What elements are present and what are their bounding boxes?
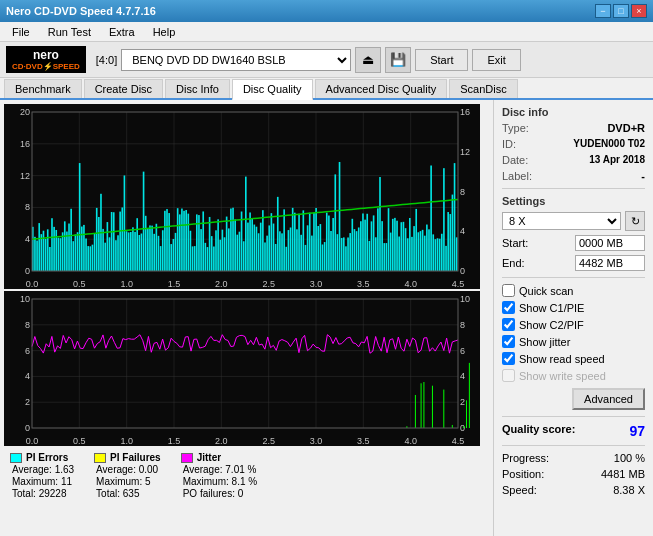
close-button[interactable]: × bbox=[631, 4, 647, 18]
tab-disc-quality[interactable]: Disc Quality bbox=[232, 79, 313, 100]
show-write-speed-label: Show write speed bbox=[519, 370, 606, 382]
disc-label-value: - bbox=[641, 170, 645, 182]
progress-label: Progress: bbox=[502, 452, 549, 464]
exit-button[interactable]: Exit bbox=[472, 49, 520, 71]
show-c1pie-checkbox[interactable] bbox=[502, 301, 515, 314]
pi-errors-maximum: Maximum: 11 bbox=[10, 476, 74, 487]
show-jitter-checkbox[interactable] bbox=[502, 335, 515, 348]
speed-row: 8 X Max 4 X 16 X ↻ bbox=[502, 211, 645, 231]
pi-errors-color bbox=[10, 453, 22, 463]
show-jitter-row[interactable]: Show jitter bbox=[502, 335, 645, 348]
pi-errors-average: Average: 1.63 bbox=[10, 464, 74, 475]
show-c1pie-label: Show C1/PIE bbox=[519, 302, 584, 314]
quality-score-label: Quality score: bbox=[502, 423, 575, 439]
speed-select[interactable]: 8 X Max 4 X 16 X bbox=[502, 212, 621, 230]
tab-bar: Benchmark Create Disc Disc Info Disc Qua… bbox=[0, 78, 653, 100]
jitter-color bbox=[181, 453, 193, 463]
show-c2pif-label: Show C2/PIF bbox=[519, 319, 584, 331]
pi-errors-label: PI Errors bbox=[26, 452, 68, 463]
maximize-button[interactable]: □ bbox=[613, 4, 629, 18]
speed-label-2: Speed: bbox=[502, 484, 537, 496]
chart-area: PI Errors Average: 1.63 Maximum: 11 Tota… bbox=[0, 100, 493, 536]
bottom-chart bbox=[4, 291, 480, 446]
position-value: 4481 MB bbox=[601, 468, 645, 480]
disc-date-value: 13 Apr 2018 bbox=[589, 154, 645, 166]
pi-failures-title: PI Failures bbox=[94, 452, 161, 463]
top-chart bbox=[4, 104, 480, 289]
settings-title: Settings bbox=[502, 195, 645, 207]
quick-scan-label: Quick scan bbox=[519, 285, 573, 297]
start-button[interactable]: Start bbox=[415, 49, 468, 71]
quality-score-value: 97 bbox=[629, 423, 645, 439]
legend-pi-errors: PI Errors Average: 1.63 Maximum: 11 Tota… bbox=[10, 452, 74, 496]
divider-4 bbox=[502, 445, 645, 446]
quality-score-row: Quality score: 97 bbox=[502, 423, 645, 439]
menu-help[interactable]: Help bbox=[145, 24, 184, 40]
start-input[interactable] bbox=[575, 235, 645, 251]
pi-failures-color bbox=[94, 453, 106, 463]
nero-sub-brand: CD·DVD⚡SPEED bbox=[12, 62, 80, 72]
quick-scan-checkbox[interactable] bbox=[502, 284, 515, 297]
pi-errors-total: Total: 29228 bbox=[10, 488, 74, 499]
disc-label-label: Label: bbox=[502, 170, 532, 182]
end-input[interactable] bbox=[575, 255, 645, 271]
divider-3 bbox=[502, 416, 645, 417]
drive-label: [4:0] bbox=[96, 54, 117, 66]
jitter-maximum: Maximum: 8.1 % bbox=[181, 476, 257, 487]
disc-date-label: Date: bbox=[502, 154, 528, 166]
menu-extra[interactable]: Extra bbox=[101, 24, 143, 40]
tab-scan-disc[interactable]: ScanDisc bbox=[449, 79, 517, 98]
tab-create-disc[interactable]: Create Disc bbox=[84, 79, 163, 98]
show-c2pif-row[interactable]: Show C2/PIF bbox=[502, 318, 645, 331]
pi-failures-maximum: Maximum: 5 bbox=[94, 476, 161, 487]
save-button[interactable]: 💾 bbox=[385, 47, 411, 73]
end-mb-row: End: bbox=[502, 255, 645, 271]
quick-scan-row[interactable]: Quick scan bbox=[502, 284, 645, 297]
jitter-label: Jitter bbox=[197, 452, 221, 463]
eject-button[interactable]: ⏏ bbox=[355, 47, 381, 73]
show-jitter-label: Show jitter bbox=[519, 336, 570, 348]
menu-run-test[interactable]: Run Test bbox=[40, 24, 99, 40]
nero-logo: nero CD·DVD⚡SPEED bbox=[6, 46, 86, 74]
show-c1pie-row[interactable]: Show C1/PIE bbox=[502, 301, 645, 314]
jitter-average: Average: 7.01 % bbox=[181, 464, 257, 475]
pi-failures-total: Total: 635 bbox=[94, 488, 161, 499]
right-panel: Disc info Type: DVD+R ID: YUDEN000 T02 D… bbox=[493, 100, 653, 536]
title-bar: Nero CD-DVD Speed 4.7.7.16 − □ × bbox=[0, 0, 653, 22]
advanced-button[interactable]: Advanced bbox=[572, 388, 645, 410]
disc-info-title: Disc info bbox=[502, 106, 645, 118]
tab-benchmark[interactable]: Benchmark bbox=[4, 79, 82, 98]
legend-jitter: Jitter Average: 7.01 % Maximum: 8.1 % PO… bbox=[181, 452, 257, 496]
speed-row-2: Speed: 8.38 X bbox=[502, 484, 645, 496]
minimize-button[interactable]: − bbox=[595, 4, 611, 18]
show-read-speed-checkbox[interactable] bbox=[502, 352, 515, 365]
drive-selector[interactable]: BENQ DVD DD DW1640 BSLB bbox=[121, 49, 351, 71]
disc-type-row: Type: DVD+R bbox=[502, 122, 645, 134]
legend-area: PI Errors Average: 1.63 Maximum: 11 Tota… bbox=[4, 448, 489, 500]
main-content: PI Errors Average: 1.63 Maximum: 11 Tota… bbox=[0, 100, 653, 536]
show-read-speed-row[interactable]: Show read speed bbox=[502, 352, 645, 365]
tab-advanced-disc-quality[interactable]: Advanced Disc Quality bbox=[315, 79, 448, 98]
menu-file[interactable]: File bbox=[4, 24, 38, 40]
show-c2pif-checkbox[interactable] bbox=[502, 318, 515, 331]
disc-type-label: Type: bbox=[502, 122, 529, 134]
disc-date-row: Date: 13 Apr 2018 bbox=[502, 154, 645, 166]
jitter-title: Jitter bbox=[181, 452, 257, 463]
divider-1 bbox=[502, 188, 645, 189]
nero-brand: nero bbox=[33, 48, 59, 62]
toolbar: nero CD·DVD⚡SPEED [4:0] BENQ DVD DD DW16… bbox=[0, 42, 653, 78]
show-write-speed-checkbox bbox=[502, 369, 515, 382]
position-label: Position: bbox=[502, 468, 544, 480]
tab-disc-info[interactable]: Disc Info bbox=[165, 79, 230, 98]
menu-bar: File Run Test Extra Help bbox=[0, 22, 653, 42]
show-write-speed-row: Show write speed bbox=[502, 369, 645, 382]
refresh-button[interactable]: ↻ bbox=[625, 211, 645, 231]
disc-id-value: YUDEN000 T02 bbox=[573, 138, 645, 150]
position-row: Position: 4481 MB bbox=[502, 468, 645, 480]
disc-id-label: ID: bbox=[502, 138, 516, 150]
disc-type-value: DVD+R bbox=[607, 122, 645, 134]
start-label: Start: bbox=[502, 237, 528, 249]
window-title: Nero CD-DVD Speed 4.7.7.16 bbox=[6, 5, 156, 17]
speed-value-2: 8.38 X bbox=[613, 484, 645, 496]
end-label: End: bbox=[502, 257, 525, 269]
